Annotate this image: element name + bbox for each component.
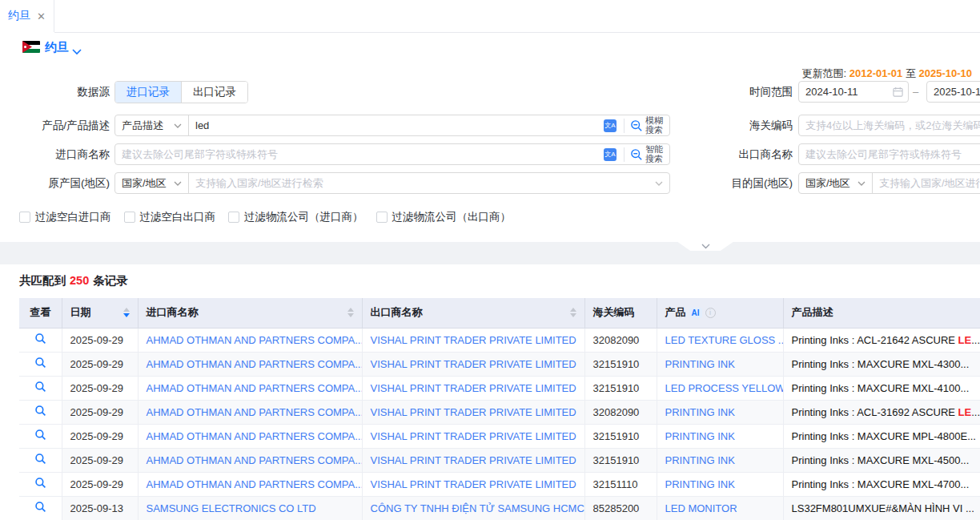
view-record-button[interactable] [19,448,62,472]
date-cell: 2025-09-29 [62,448,138,472]
table-row: 2025-09-29 AHMAD OTHMAN AND PARTNERS COM… [19,352,980,376]
exporter-field[interactable] [798,143,980,165]
checkbox-label: 过滤物流公司（出口商） [392,210,512,224]
product-link[interactable]: PRINTING INK [665,454,735,466]
sort-icons-date[interactable] [123,308,130,317]
exporter-link[interactable]: CÔNG TY TNHH ĐIỆN TỬ SAMSUNG HCMC... [371,502,585,514]
sort-icons-exporter[interactable] [570,308,576,317]
desc-tail: ... [971,334,980,346]
table-row: 2025-09-13 SAMSUNG ELECTRONICS CO LTD CÔ… [19,496,980,520]
exporter-link[interactable]: VISHAL PRINT TRADER PRIVATE LIMITED [371,382,576,394]
hs-code-field[interactable] [798,115,980,136]
dest-country-select[interactable]: 国家/地区 [799,173,873,193]
exporter-link[interactable]: VISHAL PRINT TRADER PRIVATE LIMITED [371,478,576,490]
product-cell: PRINTING INK [657,472,783,496]
checkbox-filter-logistics-importer[interactable]: 过滤物流公司（进口商） [228,210,363,224]
product-cell: PRINTING INK [657,352,783,376]
exporter-link[interactable]: VISHAL PRINT TRADER PRIVATE LIMITED [371,358,576,370]
info-icon[interactable]: i [705,308,716,318]
table-row: 2025-09-29 AHMAD OTHMAN AND PARTNERS COM… [19,328,980,352]
hs-code-input[interactable] [799,115,980,135]
dest-country-group: 国家/地区 [798,172,980,194]
product-desc-cell: Printing Inks : MAXCURE MXL-4500... [783,448,980,472]
exporter-link[interactable]: VISHAL PRINT TRADER PRIVATE LIMITED [371,406,576,418]
chevron-down-icon[interactable] [72,44,82,58]
importer-link[interactable]: AHMAD OTHMAN AND PARTNERS COMPA... [147,382,363,394]
table-header-row: 查看 日期 进口商名称 [19,298,980,328]
hs-code-cell: 32151910 [584,376,657,400]
country-name[interactable]: 约旦 [45,40,69,55]
exporter-link[interactable]: VISHAL PRINT TRADER PRIVATE LIMITED [371,334,576,346]
header-date[interactable]: 日期 [62,298,138,328]
product-link[interactable]: LED MONITOR [665,502,737,514]
exporter-link[interactable]: VISHAL PRINT TRADER PRIVATE LIMITED [371,430,576,442]
importer-input[interactable] [115,144,602,164]
exporter-cell: VISHAL PRINT TRADER PRIVATE LIMITED [362,424,584,448]
importer-link[interactable]: AHMAD OTHMAN AND PARTNERS COMPA... [147,334,363,346]
view-record-button[interactable] [19,352,62,376]
importer-link[interactable]: AHMAD OTHMAN AND PARTNERS COMPA... [147,430,363,442]
importer-link[interactable]: AHMAD OTHMAN AND PARTNERS COMPA... [147,358,363,370]
exporter-input[interactable] [799,144,980,164]
view-record-button[interactable] [19,496,62,520]
origin-country-input[interactable] [189,173,655,193]
product-desc-cell: LS32FM801UMXUE#&MÀN HÌNH VI ... [783,496,980,520]
importer-link[interactable]: AHMAD OTHMAN AND PARTNERS COMPA... [147,478,363,490]
checkbox-icon[interactable] [376,212,388,223]
dest-country-input[interactable] [873,173,980,193]
hs-code-cell: 32082090 [584,400,657,424]
checkbox-filter-logistics-exporter[interactable]: 过滤物流公司（出口商） [376,210,512,224]
tab-import-records[interactable]: 进口记录 [115,82,181,103]
desc-text: Printing Inks : MAXCURE MXL-4100... [792,382,970,394]
translate-icon[interactable]: 文A [604,119,617,132]
close-icon[interactable]: ✕ [37,11,46,22]
header-importer[interactable]: 进口商名称 [138,298,362,328]
checkbox-icon[interactable] [124,212,135,223]
results-panel: 共匹配到250条记录 查看 日期 [0,264,980,520]
product-link[interactable]: PRINTING INK [665,358,735,370]
product-link[interactable]: PRINTING INK [665,478,735,490]
hs-code-cell: 32151910 [584,352,657,376]
importer-cell: AHMAD OTHMAN AND PARTNERS COMPA... [138,400,362,424]
view-record-button[interactable] [19,472,62,496]
product-cell: PRINTING INK [657,400,783,424]
date-start-field[interactable] [798,81,909,103]
fuzzy-label-line1: 模糊 [645,115,663,125]
importer-link[interactable]: SAMSUNG ELECTRONICS CO LTD [147,502,316,514]
tab-jordan[interactable]: 约旦 ✕ [0,0,54,32]
translate-icon[interactable]: 文A [604,148,617,161]
smart-search-button[interactable]: 智能搜索 [630,145,669,163]
importer-link[interactable]: AHMAD OTHMAN AND PARTNERS COMPA... [147,406,363,418]
checkbox-filter-blank-exporter[interactable]: 过滤空白出口商 [124,210,216,224]
sort-icons-importer[interactable] [347,308,354,317]
product-link[interactable]: PRINTING INK [665,406,735,418]
origin-country-select[interactable]: 国家/地区 [115,173,189,193]
product-link[interactable]: PRINTING INK [665,430,735,442]
checkbox-filter-blank-importer[interactable]: 过滤空白进口商 [19,210,111,224]
tab-export-records[interactable]: 出口记录 [181,82,247,103]
desc-highlight: LE [958,406,972,418]
header-exporter[interactable]: 出口商名称 [362,298,584,328]
product-type-select[interactable]: 产品描述 [115,115,189,135]
view-record-button[interactable] [19,424,62,448]
data-source-label: 数据源 [0,81,110,103]
exporter-cell: VISHAL PRINT TRADER PRIVATE LIMITED [362,400,584,424]
date-start-input[interactable] [799,82,893,102]
results-table: 查看 日期 进口商名称 [19,298,980,520]
date-end-input[interactable] [927,82,980,102]
product-label: 产品/产品描述 [0,115,110,136]
product-link[interactable]: LED TEXTURE GLOSS ... [665,334,784,346]
importer-link[interactable]: AHMAD OTHMAN AND PARTNERS COMPA... [147,454,363,466]
product-search-input[interactable] [189,115,602,135]
product-link[interactable]: LED PROCESS YELLOW... [665,382,784,394]
view-record-button[interactable] [19,328,62,352]
view-record-button[interactable] [19,400,62,424]
date-end-field[interactable] [926,81,980,103]
checkbox-icon[interactable] [228,212,239,223]
chevron-down-icon[interactable] [655,181,663,186]
view-record-button[interactable] [19,376,62,400]
checkbox-icon[interactable] [19,212,30,223]
exporter-link[interactable]: VISHAL PRINT TRADER PRIVATE LIMITED [371,454,576,466]
view-search-icon [34,429,46,441]
fuzzy-search-button[interactable]: 模糊搜索 [630,116,669,135]
